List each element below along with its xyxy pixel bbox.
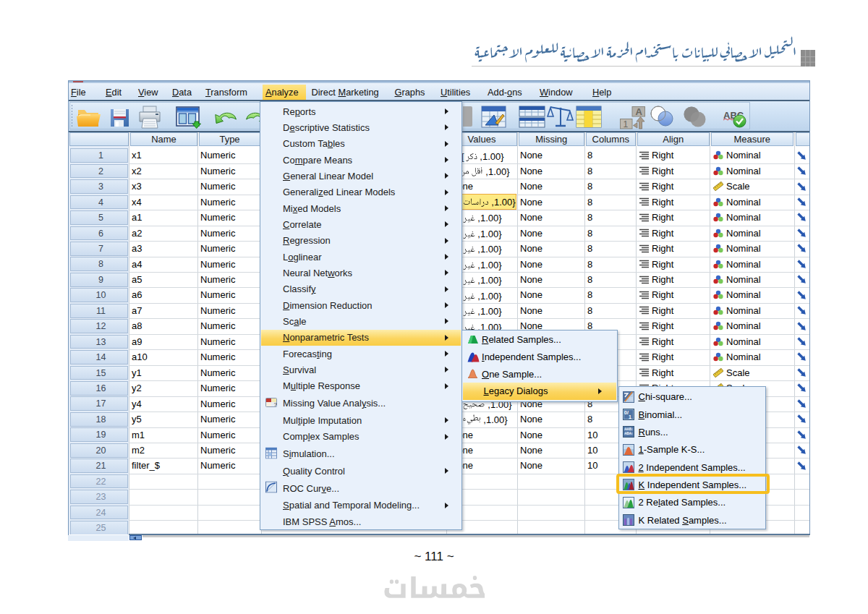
svg-text:AAB: AAB bbox=[625, 428, 631, 432]
svg-text:0/: 0/ bbox=[624, 410, 629, 415]
svg-text:ABA: ABA bbox=[625, 432, 632, 436]
svg-text:?: ? bbox=[273, 401, 277, 407]
svg-text:A: A bbox=[636, 106, 643, 117]
svg-text:1: 1 bbox=[624, 119, 629, 129]
svg-text:1: 1 bbox=[629, 414, 631, 419]
